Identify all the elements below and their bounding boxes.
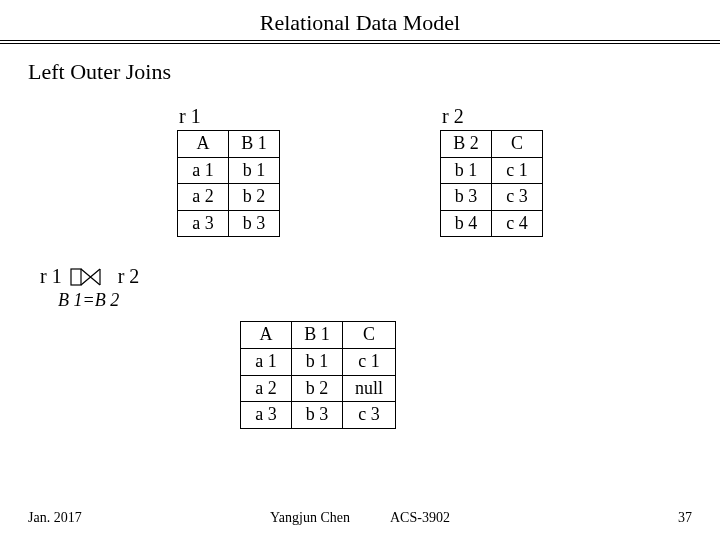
cell: a 2 (178, 184, 229, 211)
section-title: Left Outer Joins (28, 59, 720, 85)
page-title: Relational Data Model (260, 10, 460, 35)
table-row: b 3 c 3 (441, 184, 543, 211)
svg-rect-0 (71, 269, 81, 285)
join-left-operand: r 1 (40, 265, 62, 288)
table-r1-block: r 1 A B 1 a 1 b 1 a 2 b 2 a 3 b 3 (177, 105, 280, 237)
cell: b 4 (441, 210, 492, 237)
cell: B 1 (292, 322, 343, 349)
table-row: a 1 b 1 c 1 (241, 348, 396, 375)
cell: b 1 (441, 157, 492, 184)
cell: a 1 (241, 348, 292, 375)
cell: c 3 (492, 184, 543, 211)
table-r1: A B 1 a 1 b 1 a 2 b 2 a 3 b 3 (177, 130, 280, 237)
table-row: A B 1 C (241, 322, 396, 349)
join-right-operand: r 2 (118, 265, 140, 288)
cell: b 2 (229, 184, 280, 211)
cell: c 4 (492, 210, 543, 237)
table-row: a 2 b 2 (178, 184, 280, 211)
cell: a 1 (178, 157, 229, 184)
left-outer-join-icon (70, 268, 110, 286)
join-expression: r 1 r 2 (40, 265, 720, 288)
footer-author: Yangjun Chen (270, 510, 350, 526)
table-row: a 3 b 3 c 3 (241, 402, 396, 429)
cell: b 3 (441, 184, 492, 211)
cell: b 1 (292, 348, 343, 375)
join-condition: B 1=B 2 (58, 290, 720, 311)
cell: null (343, 375, 396, 402)
table-r2-block: r 2 B 2 C b 1 c 1 b 3 c 3 b 4 c 4 (440, 105, 543, 237)
table-r1-label: r 1 (179, 105, 201, 128)
cell: C (343, 322, 396, 349)
cell: c 1 (343, 348, 396, 375)
table-row: A B 1 (178, 131, 280, 158)
cell: B 1 (229, 131, 280, 158)
cell: a 3 (178, 210, 229, 237)
table-row: b 4 c 4 (441, 210, 543, 237)
footer: Jan. 2017 Yangjun Chen ACS-3902 37 (0, 510, 720, 526)
cell: a 2 (241, 375, 292, 402)
table-r2: B 2 C b 1 c 1 b 3 c 3 b 4 c 4 (440, 130, 543, 237)
cell: b 1 (229, 157, 280, 184)
cell: B 2 (441, 131, 492, 158)
table-row: b 1 c 1 (441, 157, 543, 184)
table-row: a 1 b 1 (178, 157, 280, 184)
table-row: B 2 C (441, 131, 543, 158)
header-rule (0, 40, 720, 41)
table-row: a 2 b 2 null (241, 375, 396, 402)
cell: c 3 (343, 402, 396, 429)
cell: b 3 (229, 210, 280, 237)
table-row: a 3 b 3 (178, 210, 280, 237)
cell: b 3 (292, 402, 343, 429)
footer-course: ACS-3902 (390, 510, 450, 526)
cell: b 2 (292, 375, 343, 402)
table-r2-label: r 2 (442, 105, 464, 128)
cell: A (241, 322, 292, 349)
footer-page-number: 37 (678, 510, 692, 526)
footer-date: Jan. 2017 (28, 510, 82, 526)
cell: c 1 (492, 157, 543, 184)
cell: C (492, 131, 543, 158)
header-rule (0, 43, 720, 44)
cell: A (178, 131, 229, 158)
table-result: A B 1 C a 1 b 1 c 1 a 2 b 2 null a 3 b 3… (240, 321, 396, 428)
cell: a 3 (241, 402, 292, 429)
